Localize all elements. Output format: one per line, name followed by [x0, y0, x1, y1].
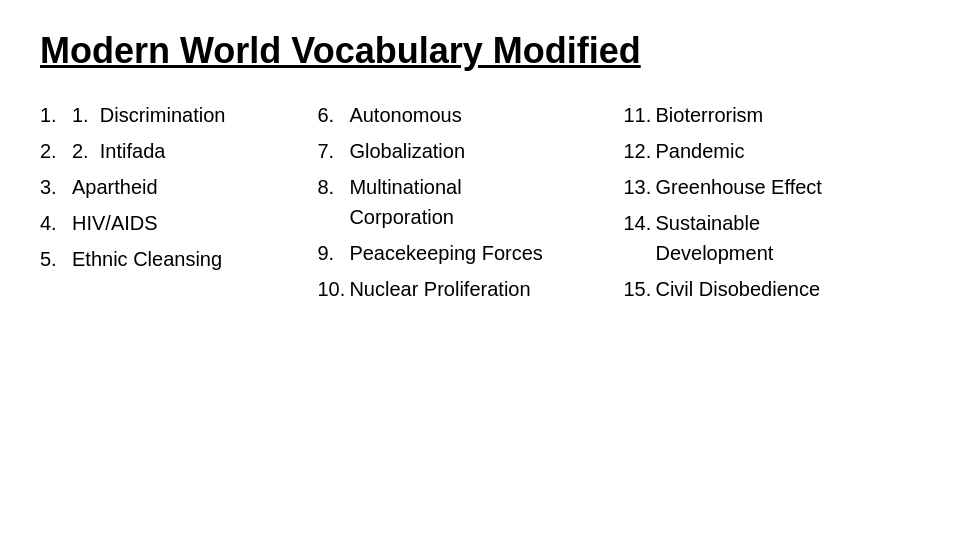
list-item: 15. Civil Disobedience [623, 274, 920, 304]
item-number: 3. [40, 172, 72, 202]
item-number: 13. [623, 172, 655, 202]
list-item: 5. Ethnic Cleansing [40, 244, 317, 274]
page-title: Modern World Vocabulary Modified [40, 30, 920, 72]
column-1: 1. 1. Discrimination 2. 2. Intifada 3. A… [40, 100, 317, 520]
item-number: 10. [317, 274, 349, 304]
item-line1: Multinational [349, 172, 461, 202]
list-item: 12. Pandemic [623, 136, 920, 166]
list-item: 1. 1. Discrimination [40, 100, 317, 130]
item-number: 8. [317, 172, 349, 232]
item-number: 6. [317, 100, 349, 130]
item-label: HIV/AIDS [72, 208, 158, 238]
item-label: Bioterrorism [655, 100, 763, 130]
item-number: 1. [40, 100, 72, 130]
list-item: 11. Bioterrorism [623, 100, 920, 130]
item-label: Pandemic [655, 136, 744, 166]
list-item: 2. 2. Intifada [40, 136, 317, 166]
item-label: Greenhouse Effect [655, 172, 821, 202]
content-area: 1. 1. Discrimination 2. 2. Intifada 3. A… [40, 100, 920, 520]
item-label: 1. Discrimination [72, 100, 225, 130]
item-label: Globalization [349, 136, 465, 166]
item-label: Multinational Corporation [349, 172, 461, 232]
list-item: 9. Peacekeeping Forces [317, 238, 623, 268]
item-label: Ethnic Cleansing [72, 244, 222, 274]
item-label: Sustainable Development [655, 208, 773, 268]
item-label: Nuclear Proliferation [349, 274, 530, 304]
item-label: Civil Disobedience [655, 274, 820, 304]
item-number: 12. [623, 136, 655, 166]
item-label: Autonomous [349, 100, 461, 130]
item-label: Peacekeeping Forces [349, 238, 542, 268]
list-item: 7. Globalization [317, 136, 623, 166]
list-item: 8. Multinational Corporation [317, 172, 623, 232]
item-number: 14. [623, 208, 655, 268]
item-number: 4. [40, 208, 72, 238]
item-number: 9. [317, 238, 349, 268]
column-3: 11. Bioterrorism 12. Pandemic 13. Greenh… [623, 100, 920, 520]
item-label: 2. Intifada [72, 136, 165, 166]
item-line1: Sustainable [655, 208, 773, 238]
item-line2: Development [655, 238, 773, 268]
item-number: 11. [623, 100, 655, 130]
list-item: 6. Autonomous [317, 100, 623, 130]
list-item: 14. Sustainable Development [623, 208, 920, 268]
list-item: 13. Greenhouse Effect [623, 172, 920, 202]
item-number: 7. [317, 136, 349, 166]
item-line2: Corporation [349, 202, 461, 232]
list-item: 10. Nuclear Proliferation [317, 274, 623, 304]
page: Modern World Vocabulary Modified 1. 1. D… [0, 0, 960, 540]
column-2: 6. Autonomous 7. Globalization 8. Multin… [317, 100, 623, 520]
item-number: 15. [623, 274, 655, 304]
list-item: 3. Apartheid [40, 172, 317, 202]
item-number: 2. [40, 136, 72, 166]
list-item: 4. HIV/AIDS [40, 208, 317, 238]
item-number: 5. [40, 244, 72, 274]
item-label: Apartheid [72, 172, 158, 202]
